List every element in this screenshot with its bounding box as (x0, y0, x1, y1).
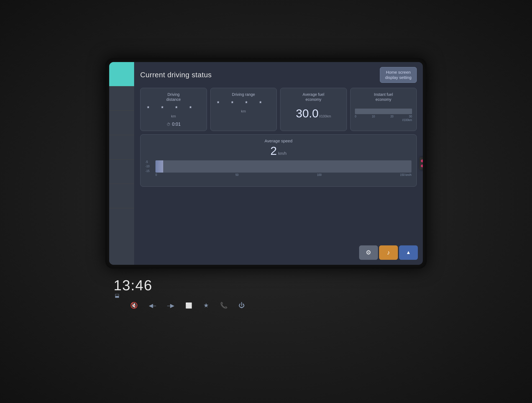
header: Current driving status Home screen displ… (140, 67, 417, 83)
driving-distance-timer: ⏱ 0:01 (145, 122, 202, 127)
mute-button[interactable]: 🔇 (130, 302, 138, 309)
avg-speed-unit: km/h (278, 151, 287, 156)
volume-up-button[interactable]: –▶ (167, 302, 174, 309)
favorite-button[interactable]: ★ (203, 302, 209, 309)
stats-top-row: Drivingdistance * * * * km ⏱ 0:01 Drivin… (140, 88, 417, 131)
speed-bar-fill (155, 160, 163, 173)
volume-down-button[interactable]: ◀– (149, 302, 156, 309)
instant-fuel-chart: 0 10 20 30 l/100km (355, 107, 412, 122)
sidebar-item-car-history[interactable] (109, 86, 134, 111)
speed-y-minus10: -10 (145, 165, 149, 168)
driving-range-unit: km (241, 109, 246, 113)
phone-button[interactable]: 📞 (220, 302, 227, 309)
stats-bottom-row: Average speed 2 km/h -5 -10 -15 (140, 134, 417, 187)
speed-x-100: 100 (317, 173, 322, 176)
page-title: Current driving status (140, 71, 212, 79)
avg-speed-number: 2 (270, 144, 277, 158)
sidebar-item-car-status[interactable] (109, 62, 134, 86)
sidebar-item-maintenance[interactable] (109, 135, 134, 160)
home-screen-button[interactable]: Home screen display setting (380, 67, 417, 83)
avg-fuel-title: Average fueleconomy (285, 92, 342, 102)
driving-range-card: Driving range * * * * km (210, 88, 277, 131)
shortcut-settings-button[interactable]: ⚙ (359, 245, 378, 260)
device-bottom: 13:46 ⬓ 🔇 ◀– –▶ ⬜ ★ 📞 ⏻ (105, 277, 427, 309)
driving-distance-value: * * * * km (145, 105, 202, 119)
avg-speed-card: Average speed 2 km/h -5 -10 -15 (140, 134, 417, 187)
avg-fuel-unit: l/100km (319, 114, 331, 118)
speed-x-50: 50 (236, 173, 239, 176)
indicator-dot-1 (421, 160, 423, 162)
bluetooth-indicator: ⬓ (115, 292, 119, 299)
avg-fuel-economy-card: Average fueleconomy 30.0 l/100km (280, 88, 347, 131)
driving-distance-unit: km (171, 114, 176, 118)
fuel-bar-bg (355, 109, 412, 114)
speed-y-minus5: -5 (145, 160, 149, 163)
avg-speed-title: Average speed (145, 138, 411, 143)
instant-fuel-economy-card: Instant fueleconomy 0 10 20 30 l (350, 88, 417, 131)
fuel-axis-10: 10 (372, 115, 375, 118)
fuel-axis-20: 20 (390, 115, 393, 118)
sidebar-item-fuel-history[interactable] (109, 111, 134, 135)
main-content: Current driving status Home screen displ… (134, 62, 423, 265)
fuel-axis-unit: l/100km (355, 119, 412, 122)
driving-distance-title: Drivingdistance (145, 92, 202, 102)
shortcut-music-button[interactable]: ♪ (379, 245, 398, 260)
timer-icon: ⏱ (167, 122, 170, 127)
power-button[interactable]: ⏻ (239, 302, 245, 309)
speed-y-minus15: -15 (145, 170, 149, 173)
fuel-axis-0: 0 (355, 115, 357, 118)
side-indicator (420, 157, 423, 170)
timer-value: 0:01 (172, 122, 181, 127)
driving-range-title: Driving range (215, 92, 272, 97)
shortcut-nav-button[interactable]: ▲ (399, 245, 418, 260)
speed-x-150: 150 km/h (400, 173, 411, 176)
controls-row: 🔇 ◀– –▶ ⬜ ★ 📞 ⏻ (114, 302, 245, 309)
shortcut-bar: ⚙ ♪ ▲ (359, 245, 418, 260)
driving-range-value: * * * * km (215, 100, 272, 114)
speed-x-axis: 0 50 100 150 km/h (155, 173, 411, 176)
sidebar (109, 62, 134, 265)
instant-fuel-title: Instant fueleconomy (355, 92, 412, 102)
avg-fuel-number: 30.0 (296, 107, 319, 120)
clock-display: 13:46 (114, 277, 152, 294)
avg-fuel-value-container: 30.0 l/100km (285, 107, 342, 120)
outer-device: Current driving status Home screen displ… (0, 0, 532, 403)
avg-speed-chart: -5 -10 -15 0 50 (145, 160, 411, 183)
fuel-axis: 0 10 20 30 (355, 115, 412, 118)
screen-button[interactable]: ⬜ (185, 302, 192, 309)
indicator-dot-2 (421, 165, 423, 167)
fuel-axis-30: 30 (409, 115, 412, 118)
screen: Current driving status Home screen displ… (109, 62, 423, 265)
driving-distance-card: Drivingdistance * * * * km ⏱ 0:01 (140, 88, 207, 131)
sidebar-item-warning[interactable] (109, 184, 134, 208)
screen-bezel: Current driving status Home screen displ… (105, 58, 427, 269)
sidebar-item-tyre[interactable] (109, 160, 134, 184)
speed-x-0: 0 (155, 173, 157, 176)
clock-row: 13:46 (114, 277, 152, 294)
avg-speed-value-container: 2 km/h (145, 144, 411, 158)
